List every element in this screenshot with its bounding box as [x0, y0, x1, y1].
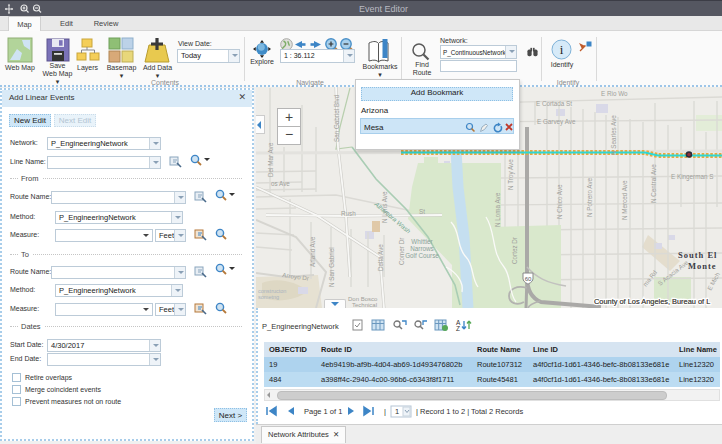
svg-text:os Ave: os Ave [271, 180, 290, 187]
svg-text:Monte: Monte [688, 261, 717, 271]
svg-text:Arland Ave: Arland Ave [309, 236, 316, 267]
svg-text:County of Los Angeles, Bureau: County of Los Angeles, Bureau of L [594, 297, 710, 306]
svg-text:Delta Ave: Delta Ave [377, 244, 384, 271]
svg-text:St: St [419, 208, 425, 215]
svg-text:1: 1 [395, 407, 399, 416]
svg-text:Comer Dr: Comer Dr [398, 238, 405, 265]
svg-text:South El: South El [678, 250, 717, 260]
svg-text:E Kingerman S: E Kingerman S [671, 173, 713, 181]
svg-text:N Potrero Ave: N Potrero Ave [586, 177, 593, 217]
svg-text:Cortez Dr: Cortez Dr [511, 237, 518, 264]
svg-text:|: | [384, 407, 386, 416]
svg-text:N Chico Ave: N Chico Ave [556, 184, 563, 219]
svg-text:i: i [560, 42, 564, 57]
svg-text:E Garvey Ave: E Garvey Ave [537, 118, 576, 126]
svg-text:60: 60 [525, 276, 532, 282]
svg-text:Del Mar Ave: Del Mar Ave [267, 142, 274, 177]
svg-text:N Merced Ave: N Merced Ave [621, 180, 628, 220]
svg-text:Golf Course: Golf Course [405, 252, 439, 259]
svg-text:Narrows: Narrows [410, 245, 433, 252]
svg-text:Page 1 of 1: Page 1 of 1 [304, 407, 342, 416]
svg-text:N Loma Ave: N Loma Ave [494, 192, 501, 227]
svg-text:N Searles Ave: N Searles Ave [610, 115, 617, 155]
svg-text:Whittier: Whittier [411, 238, 432, 245]
svg-text:Z: Z [456, 325, 460, 332]
svg-text:E Rio Wo: E Rio Wo [601, 90, 628, 97]
svg-text:N Central Ave: N Central Ave [650, 164, 657, 203]
svg-text:E Cortada St: E Cortada St [536, 100, 572, 107]
svg-text:N Troy Ave: N Troy Ave [507, 159, 515, 190]
svg-text:San Gabriel Blvd: San Gabriel Blvd [333, 94, 340, 142]
svg-text:N San Gabriel: N San Gabriel [328, 247, 335, 287]
svg-text:Rush: Rush [341, 210, 356, 217]
svg-text:| Record 1 to 2 | Total 2 R: | Record 1 to 2 | Total 2 Records [416, 407, 523, 416]
svg-text:sometng: sometng [258, 294, 279, 300]
